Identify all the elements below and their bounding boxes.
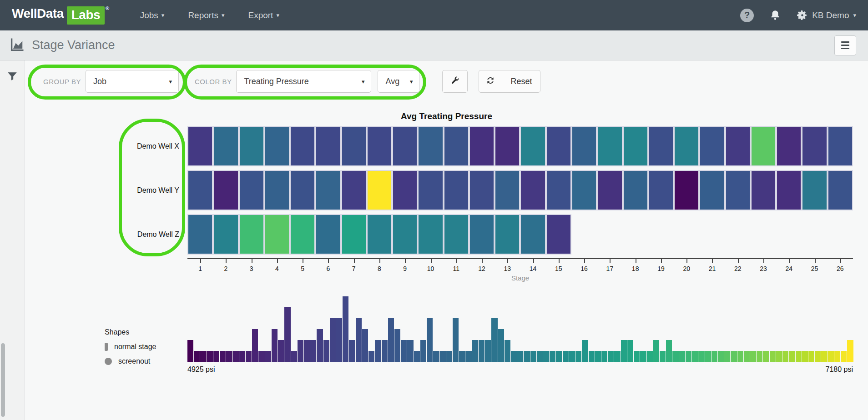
heatmap-cell[interactable]	[649, 127, 673, 165]
group-by-select[interactable]: Job ▾	[86, 70, 179, 93]
heatmap-cell[interactable]	[726, 171, 750, 210]
heatmap-cell[interactable]	[316, 127, 340, 165]
heatmap-cell[interactable]	[726, 127, 750, 165]
heatmap-cell[interactable]	[444, 127, 468, 165]
heatmap-cell[interactable]	[188, 171, 212, 210]
colorbar-bar	[828, 351, 834, 362]
heatmap-cell[interactable]	[240, 171, 263, 210]
heatmap-cell[interactable]	[342, 127, 366, 165]
legend-item-label: normal stage	[114, 343, 156, 351]
heatmap-cell[interactable]	[368, 127, 391, 165]
heatmap-cell[interactable]	[777, 127, 801, 165]
heatmap-cell[interactable]	[470, 171, 494, 210]
heatmap-cell[interactable]	[470, 127, 494, 165]
heatmap-cell[interactable]	[700, 171, 724, 210]
left-scrollbar-thumb[interactable]	[1, 343, 5, 417]
heatmap-cell[interactable]	[649, 171, 673, 210]
heatmap-cell[interactable]	[419, 215, 442, 254]
heatmap-cell[interactable]	[495, 127, 519, 165]
heatmap-cell[interactable]	[291, 171, 314, 210]
heatmap-cell[interactable]	[802, 171, 826, 210]
heatmap-cell[interactable]	[188, 215, 212, 254]
colorbar-bar	[284, 307, 290, 362]
welldatalabs-logo[interactable]: WellData Labs ®	[12, 6, 109, 25]
colorbar-bar	[847, 340, 853, 362]
heatmap-cell[interactable]	[752, 127, 775, 165]
heatmap-cell[interactable]	[572, 127, 596, 165]
heatmap-cell[interactable]	[521, 215, 545, 254]
colorbar-bar	[621, 340, 627, 362]
logo-labs: Labs	[67, 6, 105, 25]
nav-menu-export[interactable]: Export▾	[248, 10, 279, 20]
heatmap-cell[interactable]	[265, 127, 289, 165]
settings-wrench-button[interactable]	[442, 70, 468, 93]
heatmap-cell[interactable]	[265, 215, 289, 254]
heatmap-cell[interactable]	[342, 215, 366, 254]
heatmap-cell[interactable]	[419, 127, 442, 165]
heatmap-cell[interactable]	[700, 127, 724, 165]
heatmap-cell[interactable]	[265, 171, 289, 210]
heatmap-cell[interactable]	[521, 127, 545, 165]
heatmap-cell[interactable]	[444, 171, 468, 210]
colorbar-bar	[608, 351, 614, 362]
heatmap-cell[interactable]	[802, 127, 826, 165]
help-icon[interactable]: ?	[740, 9, 754, 22]
colorbar-bar	[744, 351, 750, 362]
heatmap-cell[interactable]	[495, 171, 519, 210]
notifications-bell-icon[interactable]	[769, 10, 781, 21]
nav-menu-reports[interactable]: Reports▾	[188, 10, 224, 20]
colorbar-bar	[653, 340, 659, 362]
heatmap-cell[interactable]	[368, 215, 391, 254]
user-menu-label: KB Demo	[812, 10, 849, 20]
heatmap-cell[interactable]	[214, 171, 237, 210]
heatmap-cell[interactable]	[470, 215, 494, 254]
colorbar-bar	[304, 340, 310, 362]
heatmap-cell[interactable]	[777, 171, 801, 210]
heatmap-cell[interactable]	[675, 127, 698, 165]
heatmap-cell[interactable]	[393, 215, 417, 254]
color-by-select[interactable]: Treating Pressure ▾	[236, 70, 371, 93]
heatmap-cell[interactable]	[547, 127, 570, 165]
heatmap-cell[interactable]	[828, 171, 852, 210]
refresh-button[interactable]	[479, 70, 502, 93]
heatmap-cell[interactable]	[495, 215, 519, 254]
heatmap-cell[interactable]	[368, 171, 391, 210]
heatmap-cell[interactable]	[214, 215, 237, 254]
heatmap-cell[interactable]	[598, 127, 621, 165]
heatmap-cell[interactable]	[419, 171, 442, 210]
heatmap-cell[interactable]	[316, 215, 340, 254]
heatmap-cell[interactable]	[521, 171, 545, 210]
logo-main: WellData	[12, 6, 64, 21]
heatmap-cell[interactable]	[188, 127, 212, 165]
heatmap-cell[interactable]	[444, 215, 468, 254]
heatmap-cell[interactable]	[547, 215, 570, 254]
heatmap-cell[interactable]	[342, 171, 366, 210]
heatmap-cell[interactable]	[291, 215, 314, 254]
heatmap-cell[interactable]	[572, 171, 596, 210]
filter-funnel-icon[interactable]	[6, 70, 18, 420]
heatmap-cell[interactable]	[624, 171, 647, 210]
colorbar-bar	[737, 351, 743, 362]
heatmap-cell[interactable]	[675, 171, 698, 210]
colorbar-bar	[349, 340, 355, 362]
aggregation-select[interactable]: Avg ▾	[378, 70, 419, 93]
heatmap-cell[interactable]	[240, 127, 263, 165]
user-menu[interactable]: KB Demo ▾	[797, 10, 856, 21]
heatmap-cell[interactable]	[291, 127, 314, 165]
heatmap-cell[interactable]	[828, 127, 852, 165]
colorbar-bar	[356, 318, 362, 362]
heatmap-cell[interactable]	[752, 171, 775, 210]
heatmap-cell[interactable]	[393, 127, 417, 165]
chart-menu-button[interactable]	[834, 35, 856, 55]
heatmap-cell[interactable]	[547, 171, 570, 210]
heatmap-cell[interactable]	[316, 171, 340, 210]
reset-button[interactable]: Reset	[502, 70, 540, 93]
heatmap-cell[interactable]	[624, 127, 647, 165]
nav-menu-jobs[interactable]: Jobs▾	[140, 10, 165, 20]
heatmap-cell[interactable]	[598, 171, 621, 210]
heatmap-cell[interactable]	[214, 127, 237, 165]
color-by-label: COLOR BY	[195, 78, 232, 85]
colorbar-bar	[530, 351, 536, 362]
heatmap-cell[interactable]	[393, 171, 417, 210]
heatmap-cell[interactable]	[240, 215, 263, 254]
